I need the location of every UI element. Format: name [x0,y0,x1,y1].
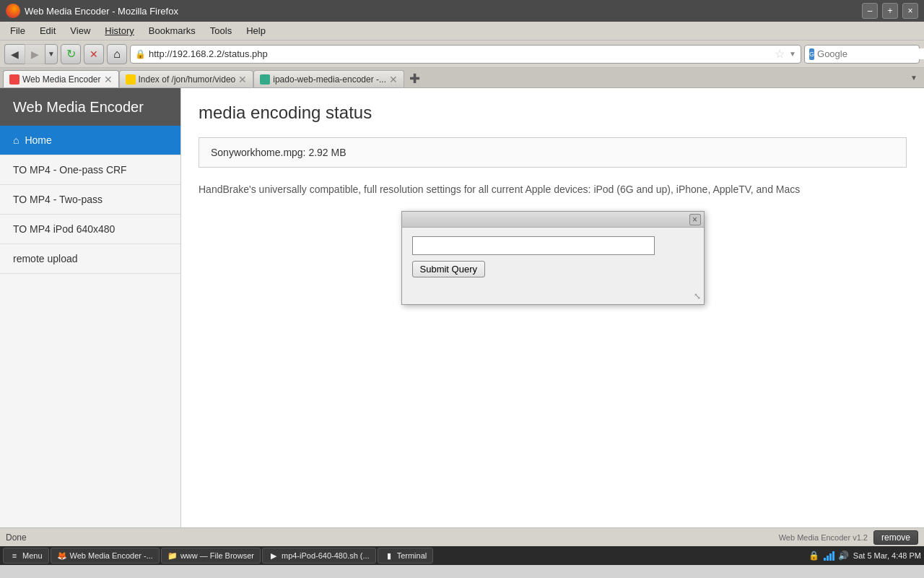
signal-bar-2 [827,556,829,561]
minimize-button[interactable]: – [862,3,878,19]
firefox-logo-icon [6,4,20,18]
sidebar-item-mp4-twopass[interactable]: TO MP4 - Two-pass [0,185,180,215]
sidebar-home-label: Home [25,134,51,146]
titlebar-left: Web Media Encoder - Mozilla Firefox [6,4,178,18]
main-layout: Web Media Encoder ⌂ Home TO MP4 - One-pa… [0,88,924,527]
titlebar-controls: – + × [862,3,918,19]
tab-close-3[interactable]: ✕ [389,74,398,85]
dialog-body: Submit Query [402,228,704,286]
security-icon: 🔒 [808,549,821,562]
signal-bar-1 [824,558,826,561]
menu-history[interactable]: History [99,24,139,38]
taskbar-firefox[interactable]: 🦊 Web Media Encoder -... [51,548,160,564]
menu-icon: ≡ [9,551,19,561]
navbar: ◀ ▶ ▼ ↻ ✕ ⌂ 🔒 ☆ ▼ G 🔍 [0,40,924,68]
window-title: Web Media Encoder - Mozilla Firefox [25,6,178,17]
taskbar-script-label: mp4-iPod-640-480.sh (... [282,551,370,560]
maximize-button[interactable]: + [882,3,898,19]
dialog-text-input[interactable] [412,236,655,255]
version-text: Web Media Encoder v1.2 [779,533,868,542]
sidebar-item-mp4-onepass[interactable]: TO MP4 - One-pass CRF [0,155,180,185]
firefox-taskbar-icon: 🦊 [57,551,67,561]
taskbar-script[interactable]: ▶ mp4-iPod-640-480.sh (... [262,548,376,564]
tab-web-media-encoder[interactable]: Web Media Encoder ✕ [3,70,119,87]
script-icon: ▶ [269,551,279,561]
sidebar-mp4-onepass-label: TO MP4 - One-pass CRF [13,164,127,176]
back-button[interactable]: ◀ [4,44,25,64]
taskbar-filebrowser-label: www — File Browser [180,551,254,560]
filebrowser-icon: 📁 [167,551,178,561]
content-area: media encoding status Sonyworkhome.mpg: … [181,88,924,527]
tab-list-dropdown[interactable]: ▼ [907,71,921,85]
volume-icon: 🔊 [837,549,850,562]
sidebar-mp4-twopass-label: TO MP4 - Two-pass [13,194,103,205]
menu-edit[interactable]: Edit [34,24,61,38]
tab-favicon-3 [260,74,270,85]
sidebar-header: Web Media Encoder [0,88,180,126]
tab-favicon-1 [9,74,19,85]
tab-favicon-2 [126,74,136,85]
tabbar: Web Media Encoder ✕ Index of /jon/humor/… [0,68,924,88]
taskbar-filebrowser[interactable]: 📁 www — File Browser [161,548,261,564]
dialog-close-button[interactable]: × [689,214,701,225]
statusbar: Done Web Media Encoder v1.2 remove [0,527,924,546]
taskbar-menu[interactable]: ≡ Menu [3,548,49,564]
url-bar-container: 🔒 ☆ ▼ [130,45,801,64]
tab-label-2: Index of /jon/humor/video [139,74,236,85]
search-input[interactable] [817,48,924,59]
taskbar-terminal-label: Terminal [397,551,427,560]
close-window-button[interactable]: × [902,3,918,19]
titlebar: Web Media Encoder - Mozilla Firefox – + … [0,0,924,22]
datetime-display: Sat 5 Mar, 4:48 PM [853,551,921,560]
signal-bar-4 [832,551,834,561]
menu-bookmarks[interactable]: Bookmarks [143,24,201,38]
tab-ipado[interactable]: ipado-web-media-encoder -... ✕ [253,70,404,87]
menu-help[interactable]: Help [240,24,271,38]
reload-button[interactable]: ↻ [61,44,81,64]
tab-label-1: Web Media Encoder [22,74,101,85]
search-bar-container: G 🔍 [804,45,920,64]
sidebar-mp4-ipod-label: TO MP4 iPod 640x480 [13,223,115,235]
dialog-overlay: × Submit Query ⤡ [181,88,924,527]
home-button[interactable]: ⌂ [107,44,127,64]
taskbar-firefox-label: Web Media Encoder -... [70,551,153,560]
tab-close-1[interactable]: ✕ [104,74,113,85]
taskbar-menu-label: Menu [22,551,43,560]
tab-close-2[interactable]: ✕ [238,74,247,85]
menu-view[interactable]: View [64,24,96,38]
dialog-resize-handle[interactable]: ⤡ [694,291,701,301]
sidebar-item-home[interactable]: ⌂ Home [0,126,180,155]
forward-button[interactable]: ▶ [25,44,45,64]
sidebar-remote-upload-label: remote upload [13,253,78,264]
submit-query-button[interactable]: Submit Query [412,261,485,277]
sidebar: Web Media Encoder ⌂ Home TO MP4 - One-pa… [0,88,181,527]
menu-tools[interactable]: Tools [204,24,237,38]
signal-bars-icon [824,551,834,561]
status-text: Done [6,532,773,543]
url-input[interactable] [149,48,772,59]
tab-label-3: ipado-web-media-encoder -... [273,74,386,85]
search-engine-icon: G [809,48,814,60]
terminal-icon: ▮ [384,551,394,561]
signal-bar-3 [829,553,832,561]
url-dropdown-icon[interactable]: ▼ [789,50,796,58]
taskbar: ≡ Menu 🦊 Web Media Encoder -... 📁 www — … [0,546,924,565]
new-tab-button[interactable]: ✚ [406,70,423,87]
back-forward-dropdown[interactable]: ▼ [45,44,58,64]
dialog: × Submit Query ⤡ [401,211,705,305]
menubar: File Edit View History Bookmarks Tools H… [0,22,924,40]
remove-button[interactable]: remove [873,530,918,545]
back-forward-group: ◀ ▶ ▼ [4,44,58,64]
bookmark-star-icon[interactable]: ☆ [775,47,785,61]
stop-button[interactable]: ✕ [84,44,104,64]
home-icon: ⌂ [13,134,19,146]
url-icon: 🔒 [135,49,146,59]
sidebar-item-mp4-ipod[interactable]: TO MP4 iPod 640x480 [0,215,180,244]
sidebar-item-remote-upload[interactable]: remote upload [0,244,180,274]
tab-index-humor[interactable]: Index of /jon/humor/video ✕ [119,70,254,87]
sidebar-nav: ⌂ Home TO MP4 - One-pass CRF TO MP4 - Tw… [0,126,180,274]
taskbar-right: 🔒 🔊 Sat 5 Mar, 4:48 PM [808,549,921,562]
menu-file[interactable]: File [4,24,31,38]
dialog-titlebar: × [402,212,704,228]
taskbar-terminal[interactable]: ▮ Terminal [378,548,434,564]
